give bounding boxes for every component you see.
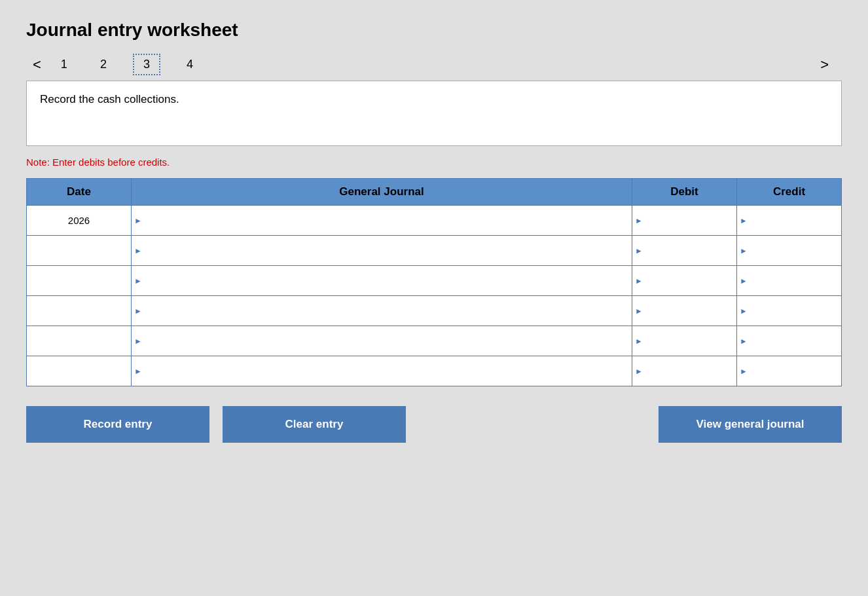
credit-input-3[interactable] bbox=[750, 296, 841, 326]
journal-arrow-2: ► bbox=[132, 276, 145, 286]
date-cell-0 bbox=[27, 206, 132, 236]
debit-input-5[interactable] bbox=[645, 356, 736, 386]
instruction-text: Record the cash collections. bbox=[40, 93, 179, 105]
debit-cell-5: ► bbox=[632, 356, 737, 386]
debit-input-1[interactable] bbox=[645, 236, 736, 265]
credit-arrow-1: ► bbox=[737, 246, 750, 255]
record-entry-button[interactable]: Record entry bbox=[26, 406, 209, 443]
credit-cell-5: ► bbox=[737, 356, 842, 386]
debit-arrow-5: ► bbox=[632, 367, 645, 376]
credit-cell-3: ► bbox=[737, 296, 842, 326]
journal-arrow-0: ► bbox=[132, 216, 145, 225]
date-input-5[interactable] bbox=[27, 365, 131, 377]
debit-cell-1: ► bbox=[632, 236, 737, 266]
table-row: ►►► bbox=[27, 236, 842, 266]
journal-input-0[interactable] bbox=[145, 206, 632, 235]
debit-cell-0: ► bbox=[632, 206, 737, 236]
table-row: ►►► bbox=[27, 356, 842, 386]
debit-cell-3: ► bbox=[632, 296, 737, 326]
table-row: ►►► bbox=[27, 206, 842, 236]
table-row: ►►► bbox=[27, 326, 842, 356]
debit-arrow-3: ► bbox=[632, 307, 645, 316]
credit-cell-1: ► bbox=[737, 236, 842, 266]
date-input-0[interactable] bbox=[27, 215, 131, 226]
date-input-3[interactable] bbox=[27, 305, 131, 316]
debit-arrow-1: ► bbox=[632, 246, 645, 255]
debit-input-3[interactable] bbox=[645, 296, 736, 326]
credit-input-1[interactable] bbox=[750, 236, 841, 265]
debit-arrow-0: ► bbox=[632, 216, 645, 225]
clear-entry-button[interactable]: Clear entry bbox=[223, 406, 406, 443]
header-general-journal: General Journal bbox=[132, 179, 632, 206]
navigation-row: < 1 2 3 4 > bbox=[26, 54, 842, 75]
nav-item-4[interactable]: 4 bbox=[180, 55, 200, 74]
debit-cell-4: ► bbox=[632, 326, 737, 356]
table-row: ►►► bbox=[27, 296, 842, 326]
journal-input-3[interactable] bbox=[145, 296, 632, 326]
credit-cell-4: ► bbox=[737, 326, 842, 356]
journal-input-4[interactable] bbox=[145, 326, 632, 356]
date-input-2[interactable] bbox=[27, 275, 131, 286]
journal-input-1[interactable] bbox=[145, 236, 632, 265]
debit-input-4[interactable] bbox=[645, 326, 736, 356]
instruction-box: Record the cash collections. bbox=[26, 81, 842, 146]
journal-arrow-4: ► bbox=[132, 337, 145, 346]
journal-cell-2: ► bbox=[132, 266, 632, 296]
credit-input-4[interactable] bbox=[750, 326, 841, 356]
credit-arrow-3: ► bbox=[737, 307, 750, 316]
journal-arrow-3: ► bbox=[132, 307, 145, 316]
date-cell-1 bbox=[27, 236, 132, 266]
table-row: ►►► bbox=[27, 266, 842, 296]
credit-cell-2: ► bbox=[737, 266, 842, 296]
nav-item-2[interactable]: 2 bbox=[94, 55, 113, 74]
date-cell-2 bbox=[27, 266, 132, 296]
debit-input-0[interactable] bbox=[645, 206, 736, 235]
header-date: Date bbox=[27, 179, 132, 206]
journal-input-5[interactable] bbox=[145, 356, 632, 386]
debit-arrow-4: ► bbox=[632, 337, 645, 346]
buttons-row: Record entry Clear entry View general jo… bbox=[26, 406, 842, 443]
journal-cell-3: ► bbox=[132, 296, 632, 326]
prev-arrow[interactable]: < bbox=[26, 56, 48, 73]
view-general-journal-button[interactable]: View general journal bbox=[659, 406, 842, 443]
debit-arrow-2: ► bbox=[632, 276, 645, 286]
debit-cell-2: ► bbox=[632, 266, 737, 296]
journal-input-2[interactable] bbox=[145, 266, 632, 295]
credit-arrow-2: ► bbox=[737, 276, 750, 286]
credit-cell-0: ► bbox=[737, 206, 842, 236]
credit-arrow-5: ► bbox=[737, 367, 750, 376]
credit-input-0[interactable] bbox=[750, 206, 841, 235]
date-input-4[interactable] bbox=[27, 335, 131, 346]
journal-arrow-5: ► bbox=[132, 367, 145, 376]
date-cell-4 bbox=[27, 326, 132, 356]
credit-input-5[interactable] bbox=[750, 356, 841, 386]
debit-input-2[interactable] bbox=[645, 266, 736, 295]
journal-cell-1: ► bbox=[132, 236, 632, 266]
table-header-row: Date General Journal Debit Credit bbox=[27, 179, 842, 206]
header-credit: Credit bbox=[737, 179, 842, 206]
journal-arrow-1: ► bbox=[132, 246, 145, 255]
credit-input-2[interactable] bbox=[750, 266, 841, 295]
credit-arrow-0: ► bbox=[737, 216, 750, 225]
note-text: Note: Enter debits before credits. bbox=[26, 157, 842, 168]
credit-arrow-4: ► bbox=[737, 337, 750, 346]
journal-cell-0: ► bbox=[132, 206, 632, 236]
page-title: Journal entry worksheet bbox=[26, 20, 842, 41]
date-input-1[interactable] bbox=[27, 245, 131, 256]
nav-item-1[interactable]: 1 bbox=[54, 55, 74, 74]
date-cell-5 bbox=[27, 356, 132, 386]
next-arrow[interactable]: > bbox=[814, 56, 835, 73]
nav-numbers: 1 2 3 4 bbox=[54, 54, 200, 75]
journal-cell-5: ► bbox=[132, 356, 632, 386]
nav-item-3[interactable]: 3 bbox=[133, 54, 160, 75]
journal-table: Date General Journal Debit Credit ►►►►►►… bbox=[26, 178, 842, 386]
header-debit: Debit bbox=[632, 179, 737, 206]
date-cell-3 bbox=[27, 296, 132, 326]
journal-cell-4: ► bbox=[132, 326, 632, 356]
